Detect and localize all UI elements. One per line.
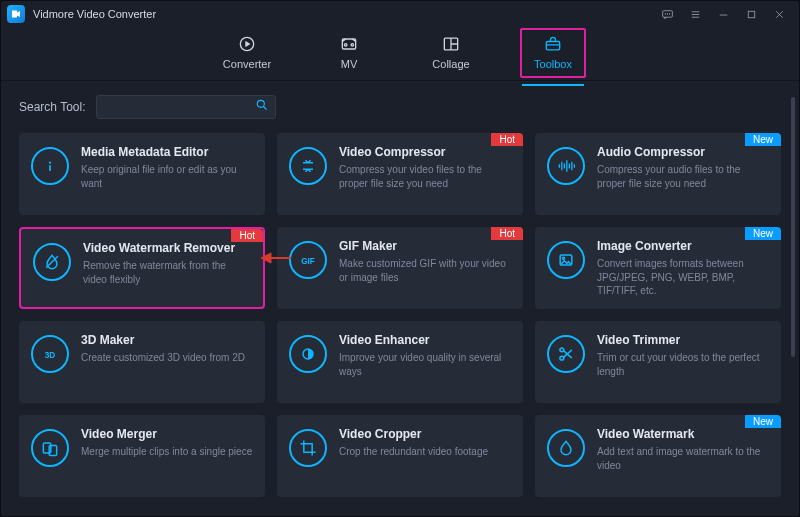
tool-title: Video Trimmer: [597, 333, 769, 347]
tools-grid: Media Metadata Editor Keep original file…: [19, 133, 781, 497]
title-bar: Vidmore Video Converter: [1, 1, 799, 27]
svg-point-15: [351, 43, 354, 46]
tab-mv[interactable]: MV: [316, 34, 382, 74]
tool-desc: Improve your video quality in several wa…: [339, 351, 511, 378]
tool-media-metadata-editor[interactable]: Media Metadata Editor Keep original file…: [19, 133, 265, 215]
tab-toolbox[interactable]: Toolbox: [520, 28, 586, 78]
tab-label: Collage: [432, 58, 469, 70]
enhancer-icon: [289, 335, 327, 373]
tab-label: Toolbox: [534, 58, 572, 70]
tool-desc: Trim or cut your videos to the perfect l…: [597, 351, 769, 378]
tool-desc: Compress your audio files to the proper …: [597, 163, 769, 190]
feedback-button[interactable]: [653, 3, 681, 25]
tool-desc: Merge multiple clips into a single piece: [81, 445, 253, 459]
app-window: Vidmore Video Converter Converter: [0, 0, 800, 517]
tool-video-compressor[interactable]: Hot Video Compressor Compress your video…: [277, 133, 523, 215]
svg-rect-8: [748, 11, 755, 18]
tool-gif-maker[interactable]: Hot GIF GIF Maker Make customized GIF wi…: [277, 227, 523, 309]
svg-text:3D: 3D: [45, 351, 56, 360]
svg-point-27: [562, 257, 564, 259]
tool-desc: Convert images formats between JPG/JPEG,…: [597, 257, 769, 298]
tool-desc: Keep original file info or edit as you w…: [81, 163, 253, 190]
search-icon[interactable]: [255, 98, 269, 116]
tool-title: Media Metadata Editor: [81, 145, 253, 159]
compress-icon: [289, 147, 327, 185]
tool-title: Audio Compressor: [597, 145, 769, 159]
converter-icon: [237, 34, 257, 54]
svg-point-23: [49, 162, 51, 164]
tab-collage[interactable]: Collage: [418, 34, 484, 74]
hot-badge: Hot: [491, 133, 523, 146]
tool-audio-compressor[interactable]: New Audio Compressor Compress your audio…: [535, 133, 781, 215]
new-badge: New: [745, 133, 781, 146]
scissors-icon: [547, 335, 585, 373]
tool-video-enhancer[interactable]: Video Enhancer Improve your video qualit…: [277, 321, 523, 403]
watermark-icon: [547, 429, 585, 467]
tool-desc: Remove the watermark from the video flex…: [83, 259, 251, 286]
search-label: Search Tool:: [19, 100, 86, 114]
tool-title: GIF Maker: [339, 239, 511, 253]
search-box[interactable]: [96, 95, 276, 119]
menu-button[interactable]: [681, 3, 709, 25]
close-button[interactable]: [765, 3, 793, 25]
svg-point-30: [306, 352, 308, 354]
audio-compress-icon: [547, 147, 585, 185]
svg-point-1: [665, 13, 666, 14]
scrollbar[interactable]: [791, 97, 795, 357]
search-row: Search Tool:: [19, 95, 781, 119]
watermark-remove-icon: [33, 243, 71, 281]
tool-video-cropper[interactable]: Video Cropper Crop the redundant video f…: [277, 415, 523, 497]
svg-point-3: [669, 13, 670, 14]
tool-desc: Create customized 3D video from 2D: [81, 351, 253, 365]
tool-video-merger[interactable]: Video Merger Merge multiple clips into a…: [19, 415, 265, 497]
tool-title: Image Converter: [597, 239, 769, 253]
crop-icon: [289, 429, 327, 467]
tool-image-converter[interactable]: New Image Converter Convert images forma…: [535, 227, 781, 309]
tool-title: Video Cropper: [339, 427, 511, 441]
toolbox-body: Search Tool: Media Metadata Editor Keep …: [1, 81, 799, 516]
tool-video-watermark-remover[interactable]: Hot Video Watermark Remover Remove the w…: [19, 227, 265, 309]
tool-desc: Make customized GIF with your video or i…: [339, 257, 511, 284]
tool-desc: Crop the redundant video footage: [339, 445, 511, 459]
svg-marker-12: [245, 40, 250, 47]
svg-text:GIF: GIF: [301, 257, 315, 266]
svg-rect-19: [546, 41, 559, 49]
hot-badge: Hot: [491, 227, 523, 240]
tab-label: MV: [341, 58, 358, 70]
tool-desc: Compress your video files to the proper …: [339, 163, 511, 190]
svg-point-14: [344, 43, 347, 46]
tool-title: Video Enhancer: [339, 333, 511, 347]
maximize-button[interactable]: [737, 3, 765, 25]
tool-title: Video Compressor: [339, 145, 511, 159]
tab-converter[interactable]: Converter: [214, 34, 280, 74]
tool-title: Video Watermark: [597, 427, 769, 441]
tool-title: Video Watermark Remover: [83, 241, 251, 255]
mv-icon: [339, 34, 359, 54]
tool-title: 3D Maker: [81, 333, 253, 347]
search-input[interactable]: [103, 100, 255, 114]
toolbox-icon: [543, 34, 563, 54]
svg-point-21: [257, 100, 264, 107]
app-title: Vidmore Video Converter: [33, 8, 156, 20]
info-icon: [31, 147, 69, 185]
merger-icon: [31, 429, 69, 467]
svg-point-2: [667, 13, 668, 14]
tool-3d-maker[interactable]: 3D 3D Maker Create customized 3D video f…: [19, 321, 265, 403]
minimize-button[interactable]: [709, 3, 737, 25]
3d-icon: 3D: [31, 335, 69, 373]
new-badge: New: [745, 415, 781, 428]
tool-video-trimmer[interactable]: Video Trimmer Trim or cut your videos to…: [535, 321, 781, 403]
tool-desc: Add text and image watermark to the vide…: [597, 445, 769, 472]
new-badge: New: [745, 227, 781, 240]
image-convert-icon: [547, 241, 585, 279]
gif-icon: GIF: [289, 241, 327, 279]
hot-badge: Hot: [231, 229, 263, 242]
tool-video-watermark[interactable]: New Video Watermark Add text and image w…: [535, 415, 781, 497]
app-logo-icon: [7, 5, 25, 23]
tool-title: Video Merger: [81, 427, 253, 441]
collage-icon: [441, 34, 461, 54]
svg-line-22: [263, 107, 266, 110]
tab-label: Converter: [223, 58, 271, 70]
main-tabs: Converter MV Collage Toolbox: [1, 27, 799, 81]
